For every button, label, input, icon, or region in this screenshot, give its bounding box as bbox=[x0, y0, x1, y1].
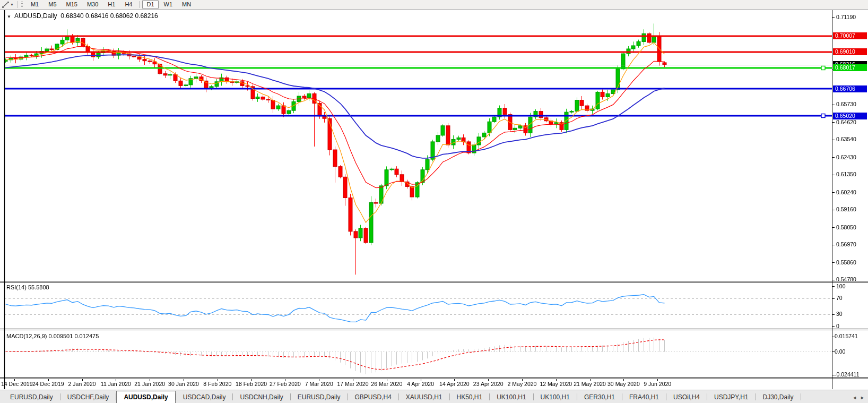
macd-indicator-label: MACD(12,26,9) 0.009501 0.012475 bbox=[6, 333, 99, 339]
price-axis-tick: 0.58050 bbox=[836, 224, 856, 231]
toolbar-separator bbox=[17, 1, 18, 8]
timeframe-button-m1[interactable]: M1 bbox=[27, 0, 43, 9]
chart-tab-xauusd-h1[interactable]: XAUUSD,H1 bbox=[399, 392, 449, 402]
date-axis-label: 21 May 2020 bbox=[574, 381, 606, 387]
date-axis-label: 11 Jan 2020 bbox=[101, 381, 131, 387]
date-axis-label: 14 Apr 2020 bbox=[439, 381, 470, 387]
price-axis-tick: 0.55860 bbox=[836, 259, 856, 266]
price-axis-tick: 0.59160 bbox=[836, 206, 856, 213]
terminal-window: ▼ M1M5M15M30H1H4D1W1MN ▼AUDUSD,Daily 0.6… bbox=[0, 0, 868, 403]
chart-symbol-label: AUDUSD,Daily bbox=[14, 12, 57, 20]
timeframe-button-m30[interactable]: M30 bbox=[83, 0, 102, 9]
price-axis-tick: 0.54780 bbox=[836, 276, 856, 283]
hline-price-label: 0.70007 bbox=[833, 32, 867, 39]
timeframe-button-w1[interactable]: W1 bbox=[160, 0, 177, 9]
chart-tab-uk100-h1[interactable]: UK100,H1 bbox=[534, 392, 577, 402]
toolbar-dropdown-caret[interactable]: ▼ bbox=[10, 3, 14, 6]
toolbar-grip[interactable] bbox=[21, 2, 23, 8]
chart-tab-audusd-daily[interactable]: AUDUSD,Daily bbox=[116, 391, 175, 403]
date-axis-label: 7 Mar 2020 bbox=[305, 381, 333, 387]
timeframe-button-h1[interactable]: H1 bbox=[103, 0, 119, 9]
tabs-scroll-right-button[interactable]: ► bbox=[860, 395, 865, 400]
timeframe-toolbar: ▼ M1M5M15M30H1H4D1W1MN bbox=[0, 0, 868, 10]
timeframe-button-mn[interactable]: MN bbox=[178, 0, 195, 9]
chart-dropdown-icon: ▼ bbox=[7, 14, 11, 19]
chart-tab-eurusd-daily[interactable]: EURUSD,Daily bbox=[3, 392, 60, 402]
date-axis-label: 30 Jan 2020 bbox=[168, 381, 199, 387]
timeframe-buttons: M1M5M15M30H1H4D1W1MN bbox=[26, 0, 196, 9]
chart-tab-uk100-h1[interactable]: UK100,H1 bbox=[490, 392, 533, 402]
price-axis-tick: 0.62430 bbox=[836, 154, 856, 161]
chart-tab-gbpusd-h4[interactable]: GBPUSD,H4 bbox=[348, 392, 398, 402]
chart-tab-usdchf-daily[interactable]: USDCHF,Daily bbox=[60, 392, 116, 402]
rsi-indicator-label: RSI(14) 55.5808 bbox=[6, 284, 49, 290]
date-axis-label: 2 May 2020 bbox=[508, 381, 537, 387]
hline-price-label: 0.68017 bbox=[833, 64, 867, 71]
draw-tool-icon[interactable] bbox=[2, 1, 10, 8]
date-axis-label: 17 Mar 2020 bbox=[337, 381, 369, 387]
date-axis-label: 18 Feb 2020 bbox=[236, 381, 267, 387]
date-axis-label: 2 Jan 2020 bbox=[68, 381, 96, 387]
chart-tab-ger30-h1[interactable]: GER30,H1 bbox=[577, 392, 622, 402]
hline-price-label: 0.65020 bbox=[833, 113, 867, 119]
chart-tab-usdcnh-daily[interactable]: USDCNH,Daily bbox=[233, 392, 290, 402]
chart-tab-eurusd-daily[interactable]: EURUSD,Daily bbox=[291, 392, 348, 402]
price-axis-tick: 0.56970 bbox=[836, 241, 856, 248]
price-axis-tick: 0.64620 bbox=[836, 119, 856, 126]
price-axis-tick: 0.63540 bbox=[836, 136, 856, 143]
date-axis-label: 26 Mar 2020 bbox=[371, 381, 402, 387]
chart-tabs: EURUSD,DailyUSDCHF,DailyAUDUSD,DailyUSDC… bbox=[3, 391, 801, 403]
date-axis-label: 27 Feb 2020 bbox=[270, 381, 301, 387]
rsi-axis-tick: 70 bbox=[836, 295, 843, 302]
chart-tab-usdcad-daily[interactable]: USDCAD,Daily bbox=[176, 392, 233, 402]
rsi-axis-tick: 100 bbox=[836, 283, 846, 290]
chart-tab-fra40-h1[interactable]: FRA40,H1 bbox=[622, 392, 666, 402]
timeframe-button-m15[interactable]: M15 bbox=[62, 0, 82, 9]
price-axis-tick: 0.71190 bbox=[836, 14, 856, 21]
chart-tab-dj30-daily[interactable]: DJ30,Daily bbox=[756, 392, 801, 402]
price-axis-tick: 0.65730 bbox=[836, 101, 856, 108]
macd-axis-tick: -0.024411 bbox=[835, 371, 860, 378]
rsi-axis-tick: 30 bbox=[836, 311, 843, 318]
price-axis-tick: 0.61350 bbox=[836, 171, 856, 178]
chart-tab-usdjpy-h1[interactable]: USDJPY,H1 bbox=[707, 392, 755, 402]
date-axis-label: 23 Apr 2020 bbox=[473, 381, 504, 387]
price-axis-tick: 0.60240 bbox=[836, 189, 856, 196]
tabs-scroll-left-button[interactable]: ◄ bbox=[852, 395, 857, 400]
hline-price-label: 0.66706 bbox=[833, 85, 867, 92]
timeframe-button-h4[interactable]: H4 bbox=[120, 0, 136, 9]
timeframe-button-m5[interactable]: M5 bbox=[44, 0, 60, 9]
macd-axis-tick: 0.00 bbox=[835, 348, 845, 355]
hline-price-label: 0.69010 bbox=[833, 48, 867, 55]
timeframe-button-d1[interactable]: D1 bbox=[142, 0, 158, 9]
chart-tab-usoil-h4[interactable]: USOil,H4 bbox=[666, 392, 707, 402]
chart-tab-hk50-h1[interactable]: HK50,H1 bbox=[450, 392, 490, 402]
tab-separator bbox=[801, 393, 801, 400]
rsi-axis-tick: 0 bbox=[836, 323, 839, 330]
date-axis-label: 4 Apr 2020 bbox=[407, 381, 434, 387]
chart-title: ▼AUDUSD,Daily 0.68340 0.68416 0.68062 0.… bbox=[7, 12, 158, 20]
date-axis-label: 8 Feb 2020 bbox=[203, 381, 231, 387]
date-axis-label: 24 Dec 2019 bbox=[32, 381, 64, 387]
date-axis-label: 14 Dec 2019 bbox=[1, 381, 33, 387]
macd-axis-tick: 0.015741 bbox=[835, 333, 858, 340]
chart-tab-bar: EURUSD,DailyUSDCHF,DailyAUDUSD,DailyUSDC… bbox=[0, 390, 868, 403]
date-axis-label: 12 May 2020 bbox=[540, 381, 572, 387]
chart-ohlc-values: 0.68340 0.68416 0.68062 0.68216 bbox=[60, 12, 158, 20]
main-chart-canvas[interactable] bbox=[0, 0, 868, 403]
date-axis-label: 9 Jun 2020 bbox=[644, 381, 671, 387]
date-axis-label: 30 May 2020 bbox=[607, 381, 640, 387]
date-axis-label: 21 Jan 2020 bbox=[134, 381, 165, 387]
